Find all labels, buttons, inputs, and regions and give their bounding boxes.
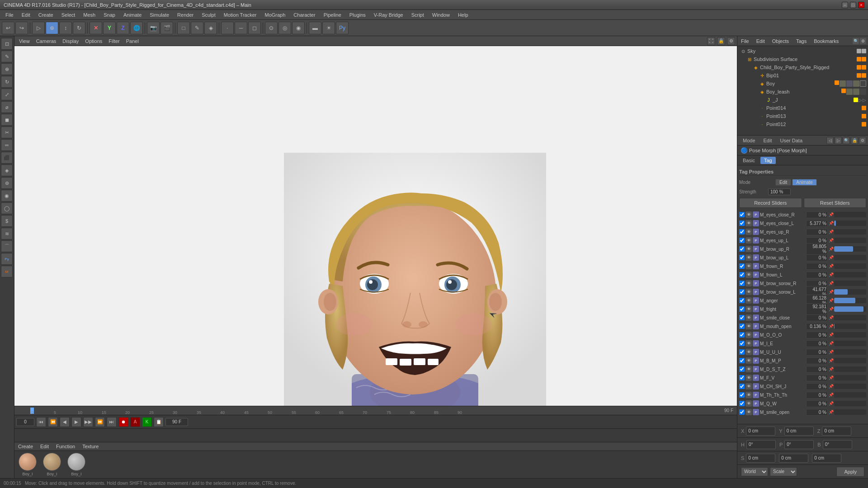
play-rev-btn[interactable]: ◀ [60,417,70,427]
obj-vis[interactable] [857,65,861,70]
mat-texture[interactable]: Texture [80,443,100,450]
p013-vis[interactable] [862,114,866,118]
morph-val-7[interactable]: 0 % [806,272,828,278]
tool-rotate[interactable]: ↻ [1,76,13,88]
morph-eye-0[interactable]: 👁 [745,211,752,218]
morph-check-23[interactable] [739,409,745,415]
morph-check-18[interactable] [739,366,745,372]
sculpt-btn[interactable]: ✎ [191,22,203,34]
tool-spline[interactable]: ⌒ [1,240,13,252]
morph-val-13[interactable]: 0.136 % [806,323,828,330]
morph-eye-9[interactable]: 👁 [745,289,752,295]
mat-edit[interactable]: Edit [38,443,51,450]
menu-vray[interactable]: V-Ray Bridge [370,11,407,19]
morph-check-17[interactable] [739,358,745,363]
menu-script[interactable]: Script [408,11,428,19]
morph-check-3[interactable] [739,238,745,243]
tool-bridge[interactable]: ═ [1,139,13,151]
obj-boy[interactable]: ◈ Boy [737,80,868,88]
prop-back-icon[interactable]: ◁ [826,137,834,144]
edit-mode-btn[interactable]: Edit [775,179,791,186]
obj-point014[interactable]: · Point014 [737,104,868,112]
morph-eye-15[interactable]: 👁 [745,340,752,347]
edges-mode-btn[interactable]: ─ [235,22,247,34]
apply-button[interactable]: Apply [836,467,864,477]
prop-tab-userdata[interactable]: User Data [777,137,807,144]
mat-preview-1[interactable] [43,453,61,471]
morph-slider-18[interactable] [834,366,866,372]
morph-slider-6[interactable] [834,263,866,269]
tool-knife[interactable]: ✂ [1,127,13,138]
morph-pin-13[interactable]: 📌 [829,324,833,328]
titlebar-controls[interactable]: – □ × [842,2,864,8]
obj-visibility-dot[interactable] [857,49,861,53]
morph-slider-0[interactable] [834,212,866,217]
x-axis-btn[interactable]: ✕ [90,22,102,34]
morph-slider-22[interactable] [834,401,866,406]
floor-btn[interactable]: ▬ [309,22,321,34]
morph-slider-23[interactable] [834,409,866,415]
p-input[interactable] [784,440,814,449]
snap-btn[interactable]: ⊙ [265,22,278,34]
obj-boy-vis[interactable] [835,80,839,85]
tool-poly[interactable]: ◼ [1,114,13,126]
points-mode-btn[interactable]: · [221,22,234,34]
morph-eye-6[interactable]: 👁 [745,263,752,269]
morph-slider-15[interactable] [834,341,866,346]
morph-val-5[interactable]: 0 % [806,254,828,261]
scale-tool[interactable]: ↕ [59,22,72,34]
obj-edit-menu[interactable]: Edit [755,38,767,45]
morph-slider-9[interactable] [834,289,866,295]
boy-tag-2[interactable] [846,80,853,87]
morph-val-16[interactable]: 0 % [806,349,828,356]
morph-slider-3[interactable] [834,238,866,243]
leash-vis[interactable] [841,89,846,93]
obj-point013[interactable]: · Point013 [737,112,868,120]
morph-pin-15[interactable]: 📌 [829,341,833,346]
morph-check-4[interactable] [739,246,745,252]
tool-python2[interactable]: Py [1,253,13,265]
morph-pin-16[interactable]: 📌 [829,350,833,354]
tool-material[interactable]: $ [1,215,13,227]
morph-slider-16[interactable] [834,349,866,355]
morph-pin-5[interactable]: 📌 [829,255,833,260]
morph-pin-9[interactable]: 📌 [829,290,833,294]
morph-check-22[interactable] [739,401,745,406]
obj-objects-menu[interactable]: Objects [770,38,791,45]
z-input[interactable] [822,427,851,436]
scale-mode-select[interactable]: Scale Size [770,467,797,476]
menu-mesh[interactable]: Mesh [80,11,99,19]
morph-check-6[interactable] [739,263,745,269]
obj-subdivision[interactable]: ⊞ Subdivision Surface [737,55,868,63]
morph-eye-21[interactable]: 👁 [745,392,752,398]
p014-vis[interactable] [862,106,866,110]
obj-bookmarks-menu[interactable]: Bookmarks [812,38,840,45]
rotate-tool[interactable]: ↻ [73,22,85,34]
morph-eye-19[interactable]: 👁 [745,375,752,381]
morph-pin-4[interactable]: 📌 [829,247,833,251]
morph-slider-5[interactable] [834,255,866,260]
morph-pin-14[interactable]: 📌 [829,333,833,337]
render-region-btn[interactable]: 🎬 [160,22,173,34]
prop-tab-mode[interactable]: Mode [739,137,759,144]
tool-select[interactable]: ⊡ [1,38,13,50]
leash-tag-3[interactable] [860,89,866,95]
boy-tag-3[interactable] [853,80,859,87]
tool-bevel[interactable]: ◈ [1,164,13,176]
goto-end-btn[interactable]: ⏭ [107,417,117,427]
tool-smooth[interactable]: ◯ [1,202,13,214]
morph-pin-7[interactable]: 📌 [829,272,833,277]
morph-eye-10[interactable]: 👁 [745,297,752,304]
obj-subdiv-rnd[interactable] [862,57,866,61]
leash-tag-2[interactable] [853,89,859,95]
j-vis[interactable] [854,98,858,102]
morph-eye-14[interactable]: 👁 [745,332,752,338]
menu-sculpt[interactable]: Sculpt [198,11,219,19]
tool-loop[interactable]: ⌀ [1,101,13,113]
menu-mograph[interactable]: MoGraph [261,11,289,19]
morph-check-8[interactable] [739,281,745,286]
mat-preview-2[interactable] [67,453,85,471]
prop-subtab-tag[interactable]: Tag [760,157,776,164]
morph-pin-19[interactable]: 📌 [829,375,833,380]
select-tool[interactable]: ▷ [32,22,45,34]
